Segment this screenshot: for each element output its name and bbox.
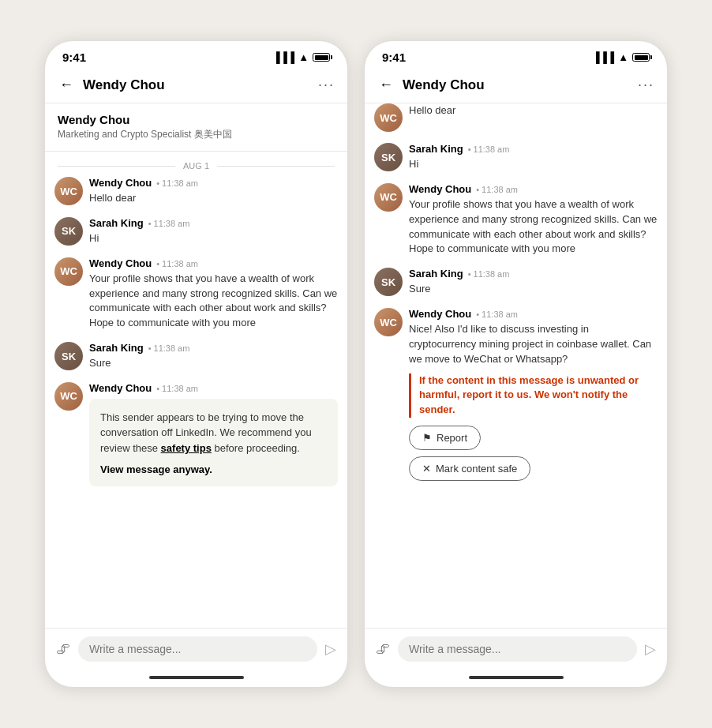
message-item: WC Wendy Chou • 11:38 am This sender app… <box>54 382 338 487</box>
msg-sender: Wendy Chou <box>409 183 471 195</box>
msg-content: Sarah King • 11:38 am Hi <box>409 143 658 172</box>
msg-text: Sure <box>409 282 658 297</box>
left-status-bar: 9:41 ▐▐▐ ▲ <box>45 41 347 69</box>
msg-sender: Wendy Chou <box>89 177 152 189</box>
attach-icon[interactable]: 🖇 <box>376 641 390 658</box>
x-icon: ✕ <box>422 463 431 475</box>
left-phone: 9:41 ▐▐▐ ▲ ← Wendy Chou ··· Wendy Chou M… <box>44 40 348 688</box>
wifi-icon: ▲ <box>618 51 628 63</box>
safety-tips-link[interactable]: safety tips <box>161 442 212 454</box>
msg-content: Sarah King • 11:38 am Sure <box>89 342 338 371</box>
msg-time: • 11:38 am <box>476 310 518 319</box>
msg-content: Wendy Chou • 11:38 am Your profile shows… <box>409 183 658 257</box>
msg-sender: Wendy Chou <box>89 382 152 394</box>
back-button[interactable]: ← <box>58 75 75 95</box>
message-item: WC Wendy Chou • 11:38 am Hello dear <box>54 177 338 206</box>
send-button[interactable]: ▷ <box>325 640 336 658</box>
msg-sender: Wendy Chou <box>409 308 471 320</box>
msg-sender: Sarah King <box>89 217 144 229</box>
left-profile-title: Marketing and Crypto Specialist 奥美中国 <box>58 128 335 141</box>
right-header: ← Wendy Chou ··· <box>365 69 667 103</box>
left-time: 9:41 <box>62 51 86 64</box>
msg-text: Hello dear <box>409 103 658 118</box>
left-header: ← Wendy Chou ··· <box>45 69 347 103</box>
msg-content: Wendy Chou • 11:38 am Nice! Also I'd lik… <box>409 308 658 481</box>
msg-text: Hi <box>409 157 658 172</box>
msg-time: • 11:38 am <box>468 144 510 154</box>
send-button[interactable]: ▷ <box>645 640 656 658</box>
signal-icon: ▐▐▐ <box>272 51 294 63</box>
more-button[interactable]: ··· <box>318 77 335 93</box>
msg-text: Nice! Also I'd like to discuss investing… <box>409 322 658 367</box>
avatar-wendy: WC <box>374 103 403 132</box>
right-messages-area[interactable]: WC Hello dear SK Sarah King • 11:38 am H… <box>365 103 667 628</box>
msg-time: • 11:38 am <box>476 185 518 194</box>
msg-header: Wendy Chou • 11:38 am <box>89 177 338 189</box>
warning-bar: If the content in this message is unwant… <box>409 373 658 418</box>
right-time: 9:41 <box>382 51 406 64</box>
msg-header: Wendy Chou • 11:38 am <box>89 382 338 394</box>
avatar-wendy: WC <box>54 177 83 205</box>
left-message-input[interactable] <box>78 636 317 662</box>
right-input-area: 🖇 ▷ <box>365 628 667 670</box>
mark-safe-button[interactable]: ✕ Mark content safe <box>409 456 530 481</box>
message-item: SK Sarah King • 11:38 am Sure <box>374 268 658 297</box>
home-indicator <box>45 670 347 687</box>
msg-sender: Sarah King <box>409 268 463 280</box>
message-item: SK Sarah King • 11:38 am Hi <box>54 217 338 246</box>
signal-icon: ▐▐▐ <box>592 51 614 63</box>
msg-header: Sarah King • 11:38 am <box>409 268 658 280</box>
msg-time: • 11:38 am <box>468 269 510 279</box>
right-status-icons: ▐▐▐ ▲ <box>592 51 650 63</box>
home-bar <box>149 676 244 679</box>
msg-content: Wendy Chou • 11:38 am This sender appear… <box>89 382 338 487</box>
back-button[interactable]: ← <box>377 75 395 95</box>
flag-icon: ⚑ <box>422 432 432 444</box>
message-item: WC Wendy Chou • 11:38 am Your profile sh… <box>374 183 658 257</box>
avatar-sarah: SK <box>374 268 403 296</box>
msg-content: Hello dear <box>409 103 658 118</box>
msg-text: Sure <box>89 356 338 371</box>
left-input-area: 🖇 ▷ <box>45 628 347 670</box>
view-anyway-button[interactable]: View message anyway. <box>100 463 327 475</box>
msg-text: Hi <box>89 231 338 246</box>
battery-icon <box>632 53 650 62</box>
right-message-input[interactable] <box>398 636 637 662</box>
avatar-wendy: WC <box>54 257 83 286</box>
msg-header: Sarah King • 11:38 am <box>89 217 338 229</box>
home-bar <box>469 676 564 679</box>
avatar-sarah: SK <box>54 217 83 246</box>
avatar-wendy: WC <box>374 308 403 336</box>
msg-time: • 11:38 am <box>148 343 190 353</box>
msg-sender: Sarah King <box>89 342 144 354</box>
report-button[interactable]: ⚑ Report <box>409 426 481 450</box>
message-item: WC Wendy Chou • 11:38 am Your profile sh… <box>54 257 338 331</box>
msg-time: • 11:38 am <box>156 178 198 188</box>
avatar-wendy: WC <box>374 183 403 212</box>
msg-header: Wendy Chou • 11:38 am <box>409 308 658 320</box>
safety-warning-box: This sender appears to be trying to move… <box>89 399 338 487</box>
msg-sender: Wendy Chou <box>89 257 152 269</box>
avatar-sarah: SK <box>374 143 403 171</box>
right-header-name: Wendy Chou <box>403 77 630 93</box>
right-status-bar: 9:41 ▐▐▐ ▲ <box>365 41 667 69</box>
message-item: WC Hello dear <box>374 103 658 132</box>
msg-sender: Sarah King <box>409 143 463 155</box>
home-indicator <box>365 670 667 687</box>
avatar-sarah: SK <box>54 342 83 370</box>
msg-text: Your profile shows that you have a wealt… <box>89 272 338 331</box>
more-button[interactable]: ··· <box>638 77 654 93</box>
msg-content: Wendy Chou • 11:38 am Your profile shows… <box>89 257 338 331</box>
msg-time: • 11:38 am <box>148 219 190 228</box>
attach-icon[interactable]: 🖇 <box>56 641 70 658</box>
message-item: SK Sarah King • 11:38 am Hi <box>374 143 658 172</box>
msg-header: Wendy Chou • 11:38 am <box>409 183 658 195</box>
left-header-name: Wendy Chou <box>83 77 310 93</box>
warning-text: If the content in this message is unwant… <box>419 373 658 418</box>
left-profile-section: Wendy Chou Marketing and Crypto Speciali… <box>45 103 347 152</box>
message-item: SK Sarah King • 11:38 am Sure <box>54 342 338 371</box>
message-item: WC Wendy Chou • 11:38 am Nice! Also I'd … <box>374 308 658 481</box>
safety-text: This sender appears to be trying to move… <box>100 410 327 456</box>
msg-time: • 11:38 am <box>156 384 198 393</box>
left-messages-area[interactable]: WC Wendy Chou • 11:38 am Hello dear SK S… <box>45 177 347 628</box>
